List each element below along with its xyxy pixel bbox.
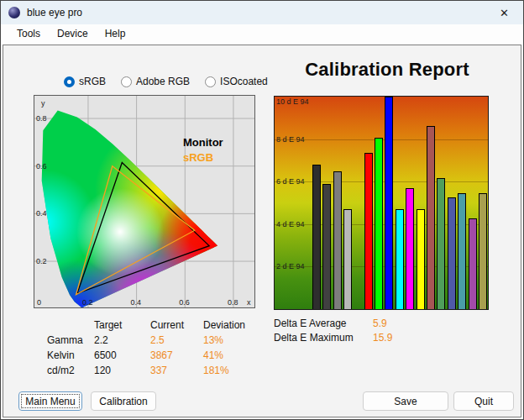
calibration-button[interactable]: Calibration [91,391,156,411]
svg-text:x: x [247,298,251,307]
delta-e-bar-13 [448,197,456,309]
bar-axis-label: 2 d E 94 [276,262,305,270]
menu-item-device[interactable]: Device [49,26,97,42]
svg-text:y: y [41,99,45,108]
delta-e-bar-7 [385,97,393,309]
delta-row: Delta E Maximum15.9 [274,332,392,344]
content-panel: Calibration Report sRGBAdobe RGBISOcoate… [3,45,521,417]
menu-item-tools[interactable]: Tools [8,26,49,42]
delta-row: Delta E Average5.9 [274,318,392,329]
radio-isocoated[interactable]: ISOcoated [205,76,268,87]
svg-text:0.8: 0.8 [36,114,47,123]
target-value: 2.2 [94,334,150,346]
delta-value: 5.9 [373,318,387,329]
row-label: cd/m2 [47,365,94,376]
row-label: Kelvin [47,349,94,361]
profile-radio-group: sRGBAdobe RGBISOcoated [64,76,268,87]
radio-srgb[interactable]: sRGB [64,76,106,87]
radio-label: Adobe RGB [136,76,190,87]
delta-e-bar-9 [406,188,414,309]
target-value: 120 [94,365,150,376]
menubar: ToolsDeviceHelp [1,24,523,44]
table-header: Target [94,319,150,331]
delta-label: Delta E Maximum [274,332,373,344]
delta-e-bar-16 [479,193,487,309]
delta-e-bar-8 [396,209,404,309]
bar-axis-label: 6 d E 94 [276,177,305,186]
deviation-value: 181% [203,365,270,376]
radio-label: sRGB [79,76,106,87]
main-menu-button[interactable]: Main Menu [18,391,82,411]
calibration-results-table: TargetCurrentDeviationGamma2.22.513%Kelv… [47,319,270,376]
svg-text:0.6: 0.6 [36,162,47,171]
app-window: blue eye pro ✕ ToolsDeviceHelp Calibrati… [0,0,524,420]
delta-label: Delta E Average [274,318,373,329]
cie-legend: MonitorsRGB [183,136,223,164]
deviation-value: 41% [203,349,270,361]
svg-text:0: 0 [37,298,41,307]
svg-text:0.4: 0.4 [36,209,47,218]
table-corner [47,319,94,331]
delta-e-bar-14 [458,193,466,309]
delta-e-bar-10 [417,209,425,309]
svg-text:0.8: 0.8 [228,298,238,307]
table-header: Current [150,319,203,331]
row-label: Gamma [47,334,94,346]
delta-e-bar-2 [322,184,331,309]
delta-e-bar-11 [427,126,435,309]
delta-e-bar-chart: 2 d E 944 d E 946 d E 948 d E 9410 d E 9… [274,96,489,310]
table-header: Deviation [203,319,270,331]
svg-text:0.6: 0.6 [179,298,190,307]
radio-adobe-rgb[interactable]: Adobe RGB [121,76,190,87]
delta-e-summary: Delta E Average5.9Delta E Maximum15.9 [274,318,392,346]
radio-icon[interactable] [64,76,75,87]
cie-chromaticity-diagram: yx00.20.40.60.80.20.40.60.8 MonitorsRGB [34,95,255,308]
titlebar: blue eye pro ✕ [1,1,523,24]
svg-text:0.2: 0.2 [82,298,93,307]
deviation-value: 13% [203,334,270,346]
delta-e-bar-3 [333,171,342,309]
quit-button[interactable]: Quit [453,391,514,411]
page-title: Calibration Report [265,59,509,81]
close-icon[interactable]: ✕ [485,1,523,24]
radio-label: ISOcoated [220,76,268,87]
delta-e-bar-5 [364,153,373,309]
window-title: blue eye pro [27,7,82,18]
svg-text:0.2: 0.2 [36,257,47,265]
delta-e-bar-6 [375,138,383,309]
bar-axis-label: 4 d E 94 [276,220,305,228]
svg-text:0.4: 0.4 [131,298,142,307]
radio-icon[interactable] [121,76,132,87]
cie-spectral-locus [34,96,254,307]
bar-axis-label: 10 d E 94 [276,97,309,106]
delta-e-bar-15 [469,218,477,309]
save-button[interactable]: Save [363,391,448,411]
legend-srgb: sRGB [183,151,213,164]
legend-monitor: Monitor [183,136,223,149]
delta-value: 15.9 [373,332,392,344]
current-value: 337 [150,365,203,376]
current-value: 2.5 [150,334,203,346]
delta-e-bar-1 [312,165,321,309]
current-value: 3867 [150,349,203,361]
target-value: 6500 [94,349,150,361]
delta-e-bar-12 [437,178,445,309]
bar-axis-label: 8 d E 94 [276,135,305,144]
app-icon [8,7,20,18]
radio-icon[interactable] [205,76,216,87]
delta-e-bar-4 [343,209,352,309]
menu-item-help[interactable]: Help [97,26,134,42]
